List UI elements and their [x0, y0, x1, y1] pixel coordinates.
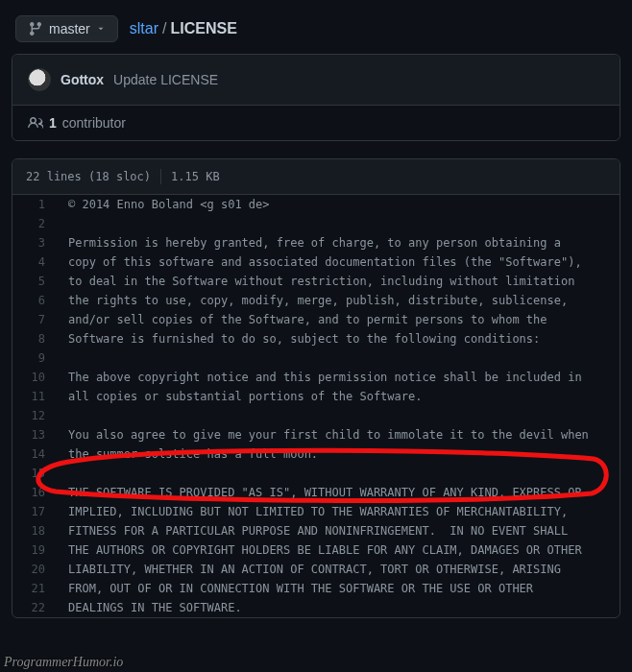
code-line: 17IMPLIED, INCLUDING BUT NOT LIMITED TO … [12, 502, 620, 521]
line-number[interactable]: 17 [12, 502, 55, 521]
commit-author-link[interactable]: Gottox [61, 72, 104, 87]
line-number[interactable]: 3 [12, 233, 55, 252]
line-content [55, 214, 620, 233]
line-content: LIABILITY, WHETHER IN AN ACTION OF CONTR… [55, 560, 620, 579]
file-viewer: 22 lines (18 sloc) 1.15 KB 1© 2014 Enno … [12, 158, 620, 618]
line-number[interactable]: 20 [12, 560, 55, 579]
line-content [55, 464, 620, 483]
line-content: all copies or substantial portions of th… [55, 387, 620, 406]
line-content: THE SOFTWARE IS PROVIDED "AS IS", WITHOU… [55, 483, 620, 502]
code-line: 20LIABILITY, WHETHER IN AN ACTION OF CON… [12, 560, 620, 579]
code-line: 3Permission is hereby granted, free of c… [12, 233, 620, 252]
contributors-label: contributor [62, 115, 126, 131]
line-number[interactable]: 9 [12, 348, 55, 368]
contributors-bar[interactable]: 1 contributor [12, 105, 620, 140]
line-number[interactable]: 13 [12, 425, 55, 444]
code-line: 4copy of this software and associated do… [12, 252, 620, 272]
code-line: 18FITNESS FOR A PARTICULAR PURPOSE AND N… [12, 521, 620, 540]
breadcrumb-repo-link[interactable]: sltar [130, 20, 158, 37]
branch-selector-button[interactable]: master [15, 15, 118, 42]
line-content: DEALINGS IN THE SOFTWARE. [55, 598, 620, 617]
line-content: the summer solstice has a full moon. [55, 444, 620, 464]
breadcrumb: sltar / LICENSE [130, 20, 237, 37]
line-number[interactable]: 21 [12, 579, 55, 598]
watermark: ProgrammerHumor.io [4, 655, 123, 670]
breadcrumb-separator: / [162, 20, 166, 37]
line-number[interactable]: 15 [12, 464, 55, 483]
line-content: FROM, OUT OF OR IN CONNECTION WITH THE S… [55, 579, 620, 598]
line-content: © 2014 Enno Boland <g s01 de> [55, 195, 620, 214]
file-size-info: 1.15 KB [171, 170, 220, 183]
line-number[interactable]: 1 [12, 195, 55, 214]
line-number[interactable]: 6 [12, 291, 55, 310]
line-number[interactable]: 18 [12, 521, 55, 540]
commit-message-link[interactable]: Update LICENSE [113, 72, 218, 87]
line-content: Permission is hereby granted, free of ch… [55, 233, 620, 252]
file-lines-info: 22 lines (18 sloc) [26, 170, 151, 183]
code-line: 7and/or sell copies of the Software, and… [12, 310, 620, 329]
code-line: 1© 2014 Enno Boland <g s01 de> [12, 195, 620, 214]
breadcrumb-file: LICENSE [170, 20, 236, 37]
line-content: and/or sell copies of the Software, and … [55, 310, 620, 329]
divider [160, 169, 161, 184]
line-content: IMPLIED, INCLUDING BUT NOT LIMITED TO TH… [55, 502, 620, 521]
line-content: to deal in the Software without restrict… [55, 272, 620, 291]
line-content: You also agree to give me your first chi… [55, 425, 620, 444]
code-line: 16THE SOFTWARE IS PROVIDED "AS IS", WITH… [12, 483, 620, 502]
code-line: 15 [12, 464, 620, 483]
line-number[interactable]: 11 [12, 387, 55, 406]
line-number[interactable]: 10 [12, 368, 55, 387]
commit-bar: Gottox Update LICENSE [12, 55, 620, 105]
file-meta-bar: 22 lines (18 sloc) 1.15 KB [12, 159, 620, 195]
line-number[interactable]: 4 [12, 252, 55, 272]
line-number[interactable]: 7 [12, 310, 55, 329]
branch-label: master [49, 21, 90, 36]
code-line: 6the rights to use, copy, modify, merge,… [12, 291, 620, 310]
code-line: 8Software is furnished to do so, subject… [12, 329, 620, 348]
line-number[interactable]: 5 [12, 272, 55, 291]
line-number[interactable]: 19 [12, 540, 55, 560]
code-line: 10The above copyright notice and this pe… [12, 368, 620, 387]
line-number[interactable]: 22 [12, 598, 55, 617]
code-table: 1© 2014 Enno Boland <g s01 de>23Permissi… [12, 195, 620, 617]
line-number[interactable]: 14 [12, 444, 55, 464]
line-number[interactable]: 8 [12, 329, 55, 348]
line-content: copy of this software and associated doc… [55, 252, 620, 272]
git-branch-icon [28, 21, 43, 36]
code-line: 13You also agree to give me your first c… [12, 425, 620, 444]
commit-box: Gottox Update LICENSE 1 contributor [12, 54, 620, 141]
line-number[interactable]: 2 [12, 214, 55, 233]
code-line: 19THE AUTHORS OR COPYRIGHT HOLDERS BE LI… [12, 540, 620, 560]
line-content: The above copyright notice and this perm… [55, 368, 620, 387]
line-content: THE AUTHORS OR COPYRIGHT HOLDERS BE LIAB… [55, 540, 620, 560]
line-content: FITNESS FOR A PARTICULAR PURPOSE AND NON… [55, 521, 620, 540]
line-number[interactable]: 16 [12, 483, 55, 502]
code-line: 2 [12, 214, 620, 233]
contributors-count: 1 [49, 115, 57, 131]
line-content: Software is furnished to do so, subject … [55, 329, 620, 348]
code-line: 21FROM, OUT OF OR IN CONNECTION WITH THE… [12, 579, 620, 598]
code-line: 5to deal in the Software without restric… [12, 272, 620, 291]
people-icon [28, 115, 43, 131]
avatar[interactable] [28, 68, 51, 91]
line-content [55, 406, 620, 425]
code-line: 12 [12, 406, 620, 425]
code-line: 11all copies or substantial portions of … [12, 387, 620, 406]
code-line: 22DEALINGS IN THE SOFTWARE. [12, 598, 620, 617]
caret-down-icon [96, 24, 106, 34]
code-line: 9 [12, 348, 620, 368]
file-header: master sltar / LICENSE [0, 0, 632, 54]
line-number[interactable]: 12 [12, 406, 55, 425]
code-line: 14the summer solstice has a full moon. [12, 444, 620, 464]
line-content [55, 348, 620, 368]
line-content: the rights to use, copy, modify, merge, … [55, 291, 620, 310]
